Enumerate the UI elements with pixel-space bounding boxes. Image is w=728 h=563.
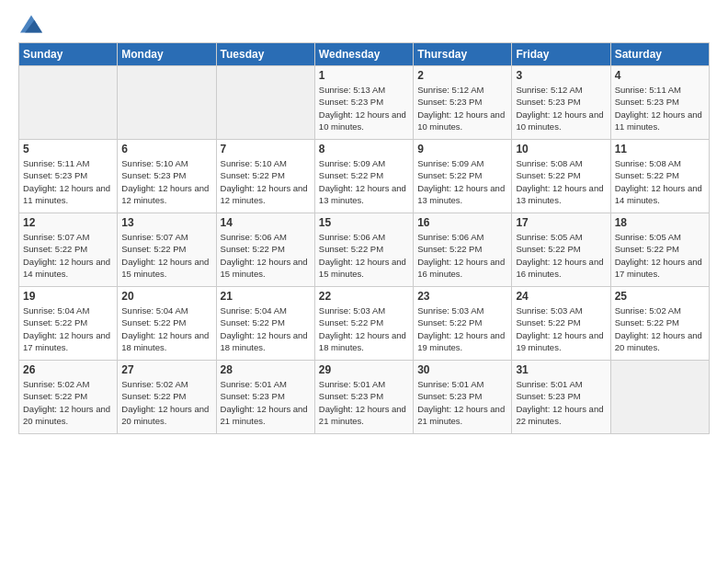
- day-number: 1: [319, 69, 409, 82]
- weekday-wednesday: Wednesday: [314, 43, 413, 66]
- day-number: 4: [615, 69, 705, 82]
- day-cell: 9 Sunrise: 5:09 AMSunset: 5:22 PMDayligh…: [414, 140, 512, 213]
- day-info: Sunrise: 5:09 AMSunset: 5:22 PMDaylight:…: [319, 157, 409, 206]
- day-info: Sunrise: 5:05 AMSunset: 5:22 PMDaylight:…: [516, 231, 606, 280]
- day-cell: 13 Sunrise: 5:07 AMSunset: 5:22 PMDaylig…: [118, 213, 216, 287]
- day-number: 8: [319, 143, 409, 155]
- day-info: Sunrise: 5:04 AMSunset: 5:22 PMDaylight:…: [221, 304, 311, 353]
- day-number: 2: [417, 69, 507, 82]
- day-cell: [19, 66, 118, 140]
- day-cell: 31 Sunrise: 5:01 AMSunset: 5:23 PMDaylig…: [512, 361, 610, 434]
- day-number: 11: [615, 143, 705, 155]
- day-info: Sunrise: 5:03 AMSunset: 5:22 PMDaylight:…: [516, 304, 606, 353]
- day-number: 17: [516, 216, 606, 229]
- day-cell: 23 Sunrise: 5:03 AMSunset: 5:22 PMDaylig…: [414, 287, 512, 361]
- day-number: 31: [516, 363, 606, 376]
- week-row-5: 26 Sunrise: 5:02 AMSunset: 5:22 PMDaylig…: [19, 361, 710, 434]
- day-info: Sunrise: 5:04 AMSunset: 5:22 PMDaylight:…: [121, 304, 211, 353]
- day-number: 26: [23, 363, 113, 376]
- day-number: 29: [319, 363, 409, 376]
- day-cell: 29 Sunrise: 5:01 AMSunset: 5:23 PMDaylig…: [314, 361, 413, 434]
- day-number: 3: [516, 69, 606, 82]
- day-number: 30: [417, 363, 507, 376]
- day-number: 5: [23, 143, 113, 155]
- day-number: 21: [221, 290, 311, 303]
- day-cell: 2 Sunrise: 5:12 AMSunset: 5:23 PMDayligh…: [414, 66, 512, 140]
- day-info: Sunrise: 5:11 AMSunset: 5:23 PMDaylight:…: [23, 157, 113, 206]
- weekday-friday: Friday: [512, 43, 610, 66]
- day-cell: 7 Sunrise: 5:10 AMSunset: 5:22 PMDayligh…: [216, 140, 314, 213]
- weekday-saturday: Saturday: [610, 43, 709, 66]
- day-info: Sunrise: 5:10 AMSunset: 5:22 PMDaylight:…: [221, 157, 311, 206]
- day-cell: [118, 66, 216, 140]
- day-info: Sunrise: 5:11 AMSunset: 5:23 PMDaylight:…: [615, 84, 705, 132]
- day-info: Sunrise: 5:03 AMSunset: 5:22 PMDaylight:…: [319, 304, 409, 353]
- day-info: Sunrise: 5:13 AMSunset: 5:23 PMDaylight:…: [319, 84, 409, 132]
- day-info: Sunrise: 5:02 AMSunset: 5:22 PMDaylight:…: [23, 378, 113, 427]
- week-row-2: 5 Sunrise: 5:11 AMSunset: 5:23 PMDayligh…: [19, 140, 710, 213]
- weekday-header-row: SundayMondayTuesdayWednesdayThursdayFrid…: [19, 43, 710, 66]
- day-cell: 26 Sunrise: 5:02 AMSunset: 5:22 PMDaylig…: [19, 361, 118, 434]
- day-number: 10: [516, 143, 606, 155]
- day-info: Sunrise: 5:05 AMSunset: 5:22 PMDaylight:…: [615, 231, 705, 280]
- day-info: Sunrise: 5:02 AMSunset: 5:22 PMDaylight:…: [615, 304, 705, 353]
- day-cell: 6 Sunrise: 5:10 AMSunset: 5:23 PMDayligh…: [118, 140, 216, 213]
- day-cell: 1 Sunrise: 5:13 AMSunset: 5:23 PMDayligh…: [314, 66, 413, 140]
- day-cell: 20 Sunrise: 5:04 AMSunset: 5:22 PMDaylig…: [118, 287, 216, 361]
- day-cell: 15 Sunrise: 5:06 AMSunset: 5:22 PMDaylig…: [314, 213, 413, 287]
- day-number: 9: [417, 143, 507, 155]
- day-info: Sunrise: 5:06 AMSunset: 5:22 PMDaylight:…: [221, 231, 311, 280]
- day-cell: 27 Sunrise: 5:02 AMSunset: 5:22 PMDaylig…: [118, 361, 216, 434]
- day-info: Sunrise: 5:01 AMSunset: 5:23 PMDaylight:…: [221, 378, 311, 427]
- day-cell: [216, 66, 314, 140]
- day-number: 16: [417, 216, 507, 229]
- day-number: 6: [121, 143, 211, 155]
- day-number: 12: [23, 216, 113, 229]
- day-info: Sunrise: 5:12 AMSunset: 5:23 PMDaylight:…: [417, 84, 507, 132]
- weekday-thursday: Thursday: [414, 43, 512, 66]
- day-info: Sunrise: 5:09 AMSunset: 5:22 PMDaylight:…: [417, 157, 507, 206]
- day-cell: [610, 361, 709, 434]
- day-cell: 22 Sunrise: 5:03 AMSunset: 5:22 PMDaylig…: [314, 287, 413, 361]
- day-cell: 30 Sunrise: 5:01 AMSunset: 5:23 PMDaylig…: [414, 361, 512, 434]
- day-cell: 11 Sunrise: 5:08 AMSunset: 5:22 PMDaylig…: [610, 140, 709, 213]
- day-info: Sunrise: 5:12 AMSunset: 5:23 PMDaylight:…: [516, 84, 606, 132]
- day-number: 7: [221, 143, 311, 155]
- day-number: 19: [23, 290, 113, 303]
- page: SundayMondayTuesdayWednesdayThursdayFrid…: [0, 0, 728, 563]
- day-cell: 8 Sunrise: 5:09 AMSunset: 5:22 PMDayligh…: [314, 140, 413, 213]
- day-number: 13: [121, 216, 211, 229]
- day-cell: 10 Sunrise: 5:08 AMSunset: 5:22 PMDaylig…: [512, 140, 610, 213]
- day-number: 18: [615, 216, 705, 229]
- day-cell: 14 Sunrise: 5:06 AMSunset: 5:22 PMDaylig…: [216, 213, 314, 287]
- day-cell: 21 Sunrise: 5:04 AMSunset: 5:22 PMDaylig…: [216, 287, 314, 361]
- day-info: Sunrise: 5:10 AMSunset: 5:23 PMDaylight:…: [121, 157, 211, 206]
- weekday-tuesday: Tuesday: [216, 43, 314, 66]
- day-info: Sunrise: 5:07 AMSunset: 5:22 PMDaylight:…: [121, 231, 211, 280]
- day-cell: 5 Sunrise: 5:11 AMSunset: 5:23 PMDayligh…: [19, 140, 118, 213]
- day-info: Sunrise: 5:03 AMSunset: 5:22 PMDaylight:…: [417, 304, 507, 353]
- day-cell: 16 Sunrise: 5:06 AMSunset: 5:22 PMDaylig…: [414, 213, 512, 287]
- week-row-4: 19 Sunrise: 5:04 AMSunset: 5:22 PMDaylig…: [19, 287, 710, 361]
- day-info: Sunrise: 5:07 AMSunset: 5:22 PMDaylight:…: [23, 231, 113, 280]
- logo: [18, 15, 42, 33]
- day-cell: 25 Sunrise: 5:02 AMSunset: 5:22 PMDaylig…: [610, 287, 709, 361]
- day-number: 20: [121, 290, 211, 303]
- day-cell: 12 Sunrise: 5:07 AMSunset: 5:22 PMDaylig…: [19, 213, 118, 287]
- weekday-monday: Monday: [118, 43, 216, 66]
- day-number: 15: [319, 216, 409, 229]
- day-cell: 18 Sunrise: 5:05 AMSunset: 5:22 PMDaylig…: [610, 213, 709, 287]
- day-info: Sunrise: 5:04 AMSunset: 5:22 PMDaylight:…: [23, 304, 113, 353]
- logo-icon: [20, 15, 42, 33]
- calendar: SundayMondayTuesdayWednesdayThursdayFrid…: [18, 42, 710, 434]
- day-info: Sunrise: 5:02 AMSunset: 5:22 PMDaylight:…: [121, 378, 211, 427]
- day-info: Sunrise: 5:08 AMSunset: 5:22 PMDaylight:…: [615, 157, 705, 206]
- day-number: 24: [516, 290, 606, 303]
- day-info: Sunrise: 5:06 AMSunset: 5:22 PMDaylight:…: [417, 231, 507, 280]
- day-cell: 24 Sunrise: 5:03 AMSunset: 5:22 PMDaylig…: [512, 287, 610, 361]
- day-cell: 17 Sunrise: 5:05 AMSunset: 5:22 PMDaylig…: [512, 213, 610, 287]
- day-number: 14: [221, 216, 311, 229]
- week-row-3: 12 Sunrise: 5:07 AMSunset: 5:22 PMDaylig…: [19, 213, 710, 287]
- day-number: 25: [615, 290, 705, 303]
- day-number: 27: [121, 363, 211, 376]
